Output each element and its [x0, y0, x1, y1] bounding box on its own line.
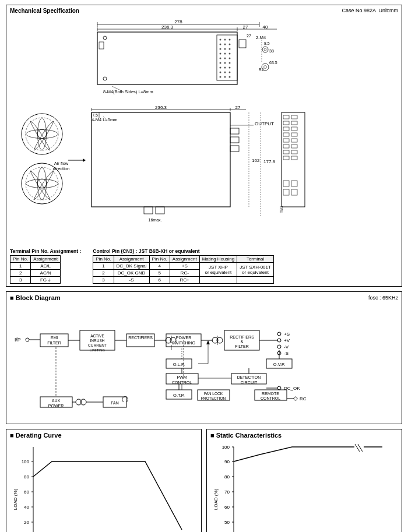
active-inrush-label: ACTIVE	[90, 334, 104, 338]
svg-point-14	[224, 39, 226, 41]
table-row: 1 AC/L	[10, 263, 61, 270]
dim-236: 236.3	[161, 24, 174, 30]
control-pin-title: Control Pin (CN3) : JST B6B-XH or equiva…	[93, 248, 274, 254]
svg-point-21	[229, 48, 231, 50]
svg-point-20	[224, 48, 226, 50]
y-tick-100s: 100	[222, 445, 230, 450]
svg-point-29	[224, 62, 226, 64]
active-inrush-label2: INRUSH	[90, 339, 105, 343]
svg-line-181	[358, 444, 363, 452]
aux-label2: POWER	[48, 404, 64, 408]
olp-label: O.L.P.	[173, 362, 185, 367]
svg-rect-40	[239, 40, 246, 48]
svg-point-10	[103, 77, 107, 80]
static-char-title: Static Characteristics	[210, 432, 398, 439]
svg-point-38	[224, 76, 226, 78]
svg-point-15	[229, 39, 231, 41]
remote-label2: CONTROL	[261, 396, 280, 400]
dim-r2: R2	[259, 68, 264, 72]
svg-rect-80	[283, 139, 289, 142]
y-tick-90s: 90	[224, 459, 230, 464]
emi-filter-label: EMI	[51, 336, 58, 340]
svg-point-28	[220, 62, 221, 64]
svg-rect-78	[283, 133, 289, 136]
svg-point-16	[220, 44, 221, 45]
svg-rect-82	[283, 145, 289, 148]
bolt-note: 8-M4(Both Sides) L=8mm	[103, 89, 153, 94]
airflow-label2: direction	[53, 166, 69, 171]
svg-marker-54	[83, 158, 86, 162]
derating-curve-title: Derating Curve	[10, 432, 198, 439]
block-diagram-section: Block Diagram fosc : 65KHz I/P EMI FILTE…	[6, 291, 402, 424]
svg-point-23	[224, 53, 226, 55]
svg-point-35	[224, 72, 226, 73]
detection-label2: CIRCUIT	[241, 380, 258, 385]
y-tick-70s: 70	[224, 489, 230, 495]
svg-point-25	[220, 58, 221, 59]
case-no: Case No.982A Unit:mm	[342, 8, 398, 14]
terminal-pin-table: Pin No. Assignment 1 AC/L 2 AC/N	[10, 255, 61, 284]
svg-point-24	[229, 53, 231, 55]
svg-rect-69	[144, 207, 153, 214]
rect-filter-label: RECTIFIERS	[230, 335, 254, 339]
svg-rect-89	[291, 181, 297, 186]
svg-point-17	[224, 44, 226, 45]
output-label: OUTPUT	[255, 121, 274, 126]
col-assignment: Assignment	[31, 256, 61, 263]
table-row: 3 -S 6 RC+	[93, 277, 274, 284]
output-v-minus-label: -V	[284, 344, 289, 350]
dim-162: 162	[252, 158, 260, 163]
svg-point-9	[103, 36, 107, 40]
table-row: 3 FG ⏚	[10, 277, 61, 284]
block-diag-title: Block Diagram	[10, 294, 61, 301]
svg-point-22	[220, 53, 221, 55]
dim-7-5: 7.5	[92, 113, 98, 117]
svg-point-47	[22, 114, 62, 154]
svg-point-49	[37, 129, 47, 139]
mechanical-drawing: 278 236.3 27 40	[10, 17, 406, 245]
dim-27-side: 27	[235, 105, 241, 110]
svg-point-30	[229, 62, 231, 64]
y-tick-100: 100	[22, 459, 30, 464]
terminal-pin-title: Terminal Pin No. Assignment :	[10, 248, 81, 254]
control-pin-block: Control Pin (CN3) : JST B6B-XH or equiva…	[93, 248, 274, 284]
terminal-grid: TB1	[279, 115, 297, 213]
svg-rect-62	[92, 112, 230, 207]
rc-label: RC	[300, 396, 307, 401]
svg-rect-74	[283, 121, 289, 125]
svg-point-27	[229, 58, 231, 59]
svg-rect-66	[230, 146, 239, 152]
mech-spec-title: Mechanical Specification	[10, 8, 79, 14]
output-s-minus-label: -S	[284, 351, 289, 356]
dim-27-top: 27	[243, 24, 248, 30]
pwm-label: PWM	[177, 375, 187, 379]
svg-line-180	[355, 444, 360, 452]
svg-point-32	[224, 67, 226, 69]
svg-rect-88	[283, 181, 289, 186]
static-char-box: Static Characteristics 40 50 60 70 80 90	[206, 429, 402, 532]
svg-point-34	[220, 72, 221, 73]
otp-label: O.T.P.	[173, 393, 185, 398]
dim-63-5: 63.5	[269, 61, 277, 65]
curves-section: Derating Curve 0 20 40 60 80 100	[6, 429, 402, 532]
derating-curve-svg: 0 20 40 60 80 100 LOAD (%) -20 0	[10, 441, 191, 532]
y-tick-80s: 80	[224, 474, 230, 480]
svg-rect-84	[283, 150, 289, 154]
block-diag-header: Block Diagram fosc : 65KHz	[10, 294, 398, 301]
output-s-label: +S	[284, 332, 290, 337]
active-inrush-label4: LIMITING	[90, 348, 105, 352]
pwm-label2: CONTROL	[172, 380, 192, 385]
svg-rect-77	[291, 127, 297, 131]
svg-rect-73	[291, 115, 297, 119]
mech-title-row: Mechanical Specification Case No.982A Un…	[10, 8, 398, 14]
svg-point-111	[277, 332, 281, 336]
power-switching-label: POWER	[176, 336, 191, 340]
detection-label: DETECTION	[237, 375, 261, 379]
static-char-svg: 40 50 60 70 80 90 100 LOAD (%) 180	[210, 441, 391, 532]
ip-label: I/P	[15, 337, 21, 343]
svg-point-51	[26, 167, 58, 200]
svg-rect-72	[283, 115, 289, 119]
tb1-label: TB1	[279, 206, 283, 213]
svg-point-19	[220, 48, 221, 50]
svg-rect-11	[99, 42, 104, 49]
